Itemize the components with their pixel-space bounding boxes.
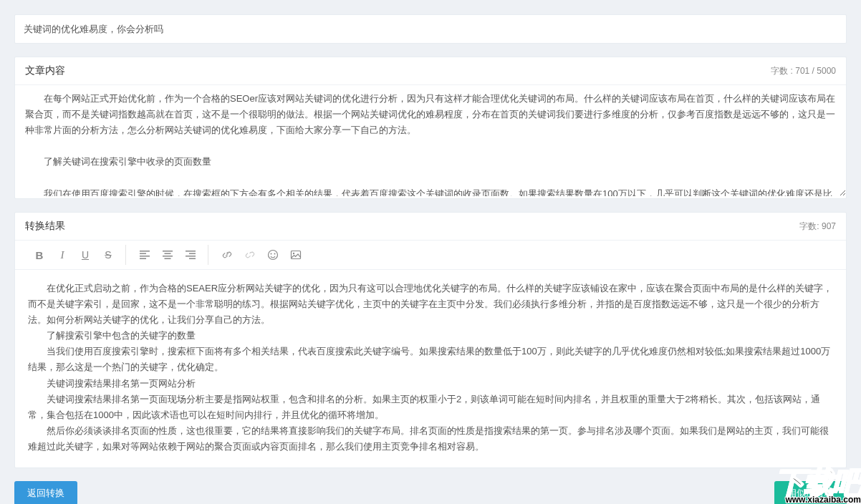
- content-textarea[interactable]: [15, 85, 846, 196]
- result-content[interactable]: 在优化正式启动之前，作为合格的SEAER应分析网站关键字的优化，因为只有这可以合…: [15, 270, 846, 467]
- result-paragraph: 关键词搜索结果排名第一页网站分析: [28, 376, 833, 392]
- content-word-count: 字数 : 701 / 5000: [771, 65, 836, 77]
- content-panel: 文章内容 字数 : 701 / 5000: [14, 57, 847, 199]
- svg-rect-3: [292, 251, 301, 259]
- strikethrough-button[interactable]: S: [98, 245, 118, 265]
- content-header: 文章内容 字数 : 701 / 5000: [15, 57, 846, 85]
- align-center-button[interactable]: [158, 245, 178, 265]
- back-convert-button[interactable]: 返回转换: [14, 481, 77, 504]
- editor-toolbar: B I U S: [15, 241, 846, 270]
- bold-button[interactable]: B: [29, 245, 49, 265]
- action-row: 返回转换 相似度分析: [14, 481, 847, 504]
- result-word-count: 字数: 907: [799, 220, 836, 233]
- italic-button[interactable]: I: [52, 245, 72, 265]
- svg-point-4: [293, 253, 294, 254]
- title-panel: [14, 14, 847, 44]
- svg-point-2: [274, 253, 276, 255]
- result-label: 转换结果: [25, 220, 65, 233]
- result-paragraph: 当我们使用百度搜索引擎时，搜索框下面将有多个相关结果，代表百度搜索此关键字编号。…: [28, 344, 833, 375]
- align-right-button[interactable]: [181, 245, 201, 265]
- image-button[interactable]: [286, 245, 306, 265]
- underline-button[interactable]: U: [75, 245, 95, 265]
- similarity-analysis-button[interactable]: 相似度分析: [774, 481, 847, 504]
- unlink-button[interactable]: [240, 245, 260, 265]
- svg-point-1: [271, 253, 272, 255]
- result-paragraph: 然后你必须谈谈排名页面的性质，这也很重要，它的结果将直接影响我们的关键字布局。排…: [28, 423, 833, 455]
- title-input[interactable]: [24, 21, 837, 37]
- content-label: 文章内容: [25, 64, 65, 77]
- result-paragraph: 了解搜索引擎中包含的关键字的数量: [28, 328, 833, 344]
- result-header: 转换结果 字数: 907: [15, 213, 846, 241]
- align-left-button[interactable]: [135, 245, 155, 265]
- result-paragraph: 在优化正式启动之前，作为合格的SEAER应分析网站关键字的优化，因为只有这可以合…: [28, 281, 833, 328]
- result-panel: 转换结果 字数: 907 B I U S: [14, 212, 847, 468]
- emoji-button[interactable]: [263, 245, 283, 265]
- link-button[interactable]: [217, 245, 237, 265]
- result-paragraph: 关键词搜索结果排名第一页面现场分析主要是指网站权重，包含和排名的分析。如果主页的…: [28, 392, 833, 423]
